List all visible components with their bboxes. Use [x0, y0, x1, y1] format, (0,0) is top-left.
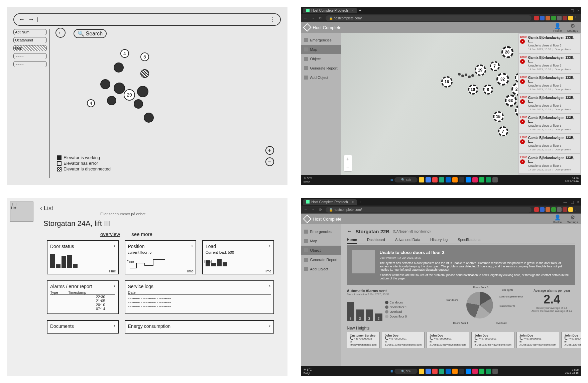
- back-button[interactable]: ←: [347, 228, 352, 234]
- menu-icon[interactable]: ⋮: [574, 16, 579, 20]
- nav-map[interactable]: Map: [301, 236, 341, 246]
- nav-emergencies[interactable]: Emergencies: [301, 227, 341, 236]
- task-icon[interactable]: [459, 369, 464, 374]
- new-tab-button[interactable]: +: [359, 8, 361, 12]
- tab-history-log[interactable]: History log: [430, 238, 448, 244]
- task-icon[interactable]: [446, 369, 451, 374]
- task-icon[interactable]: [459, 177, 464, 182]
- start-icon[interactable]: ⊞: [390, 370, 393, 373]
- map-marker[interactable]: [134, 99, 143, 109]
- taskbar-search[interactable]: 🔍 Sök: [394, 177, 418, 182]
- contact-card[interactable]: John Doe📞 +46736000601✉ J.Doe11234@Newhe…: [382, 332, 425, 348]
- url-field-sketch[interactable]: [37, 17, 267, 22]
- map-cluster[interactable]: 8: [483, 85, 493, 95]
- error-item[interactable]: Error×Gamla Björlandavägen 133B, L...Una…: [519, 74, 580, 93]
- map-marker[interactable]: [137, 86, 148, 97]
- card-documents[interactable]: Documents›: [47, 320, 119, 334]
- task-icon[interactable]: [432, 177, 438, 182]
- nav-emergencies[interactable]: Emergencies: [301, 35, 341, 45]
- url-input[interactable]: 🔒 hostcomplete.com/: [326, 207, 532, 213]
- browser-tab[interactable]: Host Complete Proptech×: [303, 8, 357, 13]
- task-icon[interactable]: [419, 177, 424, 182]
- back-icon[interactable]: ←: [304, 207, 308, 212]
- map-cluster[interactable]: 16: [441, 76, 453, 88]
- weather-widget[interactable]: ☀ 5°CSoligt: [304, 368, 324, 375]
- nav-map[interactable]: Map: [301, 45, 341, 54]
- tab-overview[interactable]: overview: [100, 231, 120, 237]
- map-marker[interactable]: [107, 96, 116, 105]
- minimize-icon[interactable]: —: [564, 8, 567, 13]
- map-marker[interactable]: 4: [87, 99, 95, 107]
- close-tab-icon[interactable]: ×: [352, 200, 354, 204]
- task-icon[interactable]: [452, 177, 458, 182]
- task-icon[interactable]: [426, 177, 431, 182]
- map-cluster[interactable]: 32: [496, 73, 509, 86]
- map-marker[interactable]: 4: [120, 49, 129, 58]
- forward-icon[interactable]: →: [311, 207, 316, 212]
- task-icon[interactable]: [439, 177, 444, 182]
- url-input[interactable]: 🔒 hostcomplete.com/: [326, 15, 532, 21]
- tab-advanced-data[interactable]: Advanced Data: [395, 238, 420, 244]
- taskbar-clock[interactable]: 14:382023-03-16: [565, 177, 579, 183]
- back-link[interactable]: ‹ List: [40, 205, 281, 212]
- close-tab-icon[interactable]: ×: [352, 9, 354, 12]
- zoom-out-button[interactable]: −: [265, 157, 274, 166]
- map-marker[interactable]: [114, 83, 125, 94]
- sidebar-item-map[interactable]: Map: [13, 45, 47, 51]
- task-icon[interactable]: [432, 369, 438, 374]
- nav-object[interactable]: Object: [301, 54, 341, 63]
- card-position[interactable]: Positioncurrent floor: 5› Floor Time: [125, 240, 197, 274]
- tab-dashboard[interactable]: Dashboard: [367, 238, 385, 244]
- map-marker[interactable]: [114, 62, 124, 73]
- map-cluster[interactable]: 63: [505, 95, 517, 107]
- forward-icon[interactable]: →: [311, 16, 316, 20]
- taskbar-search[interactable]: 🔍 Sök: [394, 369, 418, 374]
- card-energy[interactable]: Energy consumption›: [125, 320, 274, 334]
- ext-icon[interactable]: [546, 16, 550, 20]
- settings-button[interactable]: ⚙Settings: [567, 23, 578, 32]
- sketch-map-canvas[interactable]: ← 🔍 Search 4 5 2 29 4 Elevator is workin…: [53, 29, 281, 178]
- map-cluster[interactable]: 7: [490, 61, 500, 71]
- search-input-sketch[interactable]: 🔍 Search: [74, 29, 107, 38]
- task-icon[interactable]: [466, 369, 471, 374]
- menu-icon[interactable]: ⋮: [574, 207, 579, 212]
- tab-home[interactable]: Home: [347, 238, 357, 244]
- map-marker[interactable]: 2: [140, 69, 149, 78]
- card-door-status[interactable]: Door status› Time: [47, 240, 119, 274]
- start-icon[interactable]: ⊞: [390, 178, 393, 181]
- ext-icon[interactable]: [540, 16, 545, 20]
- task-icon[interactable]: [446, 177, 451, 182]
- card-service-logs[interactable]: Service logs› Date 〰〰〰〰〰〰〰〰 〰〰〰〰〰〰〰〰 〰〰〰…: [125, 280, 274, 314]
- new-tab-button[interactable]: +: [359, 200, 361, 204]
- card-load[interactable]: LoadCurrent load: 500› Load Time: [202, 240, 274, 274]
- map-cluster[interactable]: 10: [468, 85, 478, 95]
- task-icon[interactable]: [486, 369, 491, 374]
- ext-icon[interactable]: [557, 207, 562, 212]
- map-cluster[interactable]: 19: [475, 65, 486, 76]
- sidebar-item[interactable]: Apt Num: [13, 29, 47, 35]
- profile-button[interactable]: 👤Profile: [553, 214, 562, 224]
- error-item[interactable]: Error×Gamla Björlandavägen 133B, L...Una…: [519, 34, 580, 53]
- back-icon[interactable]: ←: [304, 16, 308, 20]
- taskbar-clock[interactable]: 14:382023-03-16: [565, 368, 579, 374]
- back-arrow-icon[interactable]: ←: [19, 16, 25, 23]
- ext-icon[interactable]: [534, 207, 539, 212]
- minimap-thumbnail[interactable]: ⋮⋮List: [10, 202, 33, 222]
- profile-button[interactable]: 👤Profile: [553, 23, 562, 32]
- kebab-icon[interactable]: ⋮: [270, 16, 275, 23]
- nav-generate-report[interactable]: Generate Report: [301, 63, 341, 73]
- error-item[interactable]: Error×Gamla Björlandavägen 133B, L...Una…: [519, 154, 580, 173]
- error-item[interactable]: Error×Gamla Björlandavägen 133B, L...Una…: [519, 94, 580, 113]
- nav-add-object[interactable]: Add Object: [301, 73, 341, 82]
- zoom-in-button[interactable]: +: [344, 155, 352, 163]
- reload-icon[interactable]: ⟳: [318, 16, 323, 20]
- error-item[interactable]: Error×Gamla Björlandavägen 133B, L...Una…: [519, 54, 580, 73]
- map-marker[interactable]: [100, 79, 110, 89]
- settings-button[interactable]: ⚙Settings: [567, 214, 578, 224]
- ext-icon[interactable]: [563, 16, 567, 20]
- ext-icon[interactable]: [563, 207, 567, 212]
- tab-see-more[interactable]: see more: [131, 231, 152, 237]
- map-marker[interactable]: 29: [124, 89, 135, 101]
- minimize-icon[interactable]: —: [564, 200, 567, 204]
- ext-icon[interactable]: [551, 207, 556, 212]
